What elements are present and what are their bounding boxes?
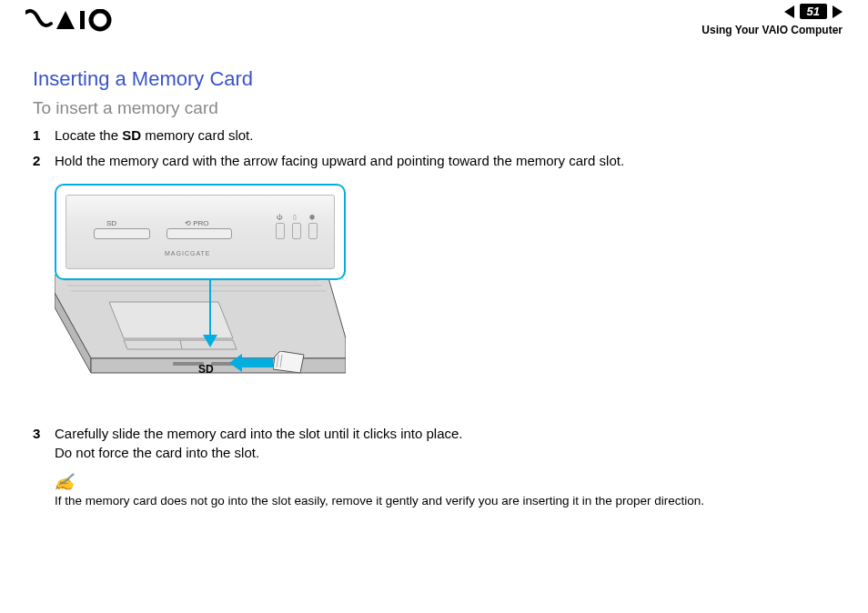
- callout-pointer-arrowhead-icon: [203, 335, 217, 351]
- slot-label-sd: SD: [106, 219, 116, 227]
- callout-pointer-line: [209, 276, 211, 338]
- tip-block: ✍ If the memory card does not go into th…: [55, 472, 835, 507]
- pro-slot-icon: [167, 228, 232, 239]
- step-text: Carefully slide the memory card into the…: [55, 424, 835, 464]
- svg-marker-18: [229, 354, 273, 372]
- vaio-logo-svg: [25, 9, 113, 33]
- step-text: Locate the SD memory card slot.: [55, 126, 835, 146]
- indicator-2: [292, 223, 301, 239]
- section-subtitle: To insert a memory card: [33, 98, 835, 118]
- step-number: 3: [33, 424, 55, 464]
- svg-point-1: [91, 11, 109, 29]
- section-title: Inserting a Memory Card: [33, 67, 835, 91]
- sd-card-icon: [273, 351, 306, 380]
- svg-rect-0: [80, 11, 85, 29]
- page-header: 51 Using Your VAIO Computer: [0, 0, 868, 44]
- power-icon: ⏻: [277, 214, 283, 220]
- laptop-illustration: [55, 275, 346, 411]
- slot-label-pro: ⟲ PRO: [185, 219, 209, 227]
- breadcrumb: Using Your VAIO Computer: [701, 24, 843, 36]
- callout-closeup: SD ⟲ PRO MAGICGATE ⏻ ▯ ⬢: [55, 184, 346, 280]
- laptop-edge-panel: SD ⟲ PRO MAGICGATE ⏻ ▯ ⬢: [66, 195, 335, 269]
- page-number-badge: 51: [800, 4, 827, 19]
- step-3: 3 Carefully slide the memory card into t…: [33, 424, 835, 464]
- steps-list-continued: 3 Carefully slide the memory card into t…: [33, 424, 835, 464]
- step-number: 1: [33, 126, 55, 146]
- tip-text: If the memory card does not go into the …: [55, 494, 835, 507]
- indicator-3: [308, 223, 318, 239]
- page-content: Inserting a Memory Card To insert a memo…: [0, 44, 868, 507]
- next-page-arrow-icon[interactable]: [833, 5, 843, 18]
- svg-marker-9: [109, 302, 233, 338]
- vaio-logo: [25, 9, 113, 36]
- figure-memory-slot: SD ⟲ PRO MAGICGATE ⏻ ▯ ⬢: [55, 184, 346, 411]
- magicgate-label: MAGICGATE: [165, 250, 210, 256]
- page-nav: 51: [784, 4, 843, 19]
- sd-slot-icon: [94, 228, 150, 239]
- step-1: 1 Locate the SD memory card slot.: [33, 126, 835, 146]
- step-2: 2 Hold the memory card with the arrow fa…: [33, 151, 835, 171]
- svg-marker-2: [203, 335, 217, 347]
- indicator-1: [276, 223, 285, 239]
- tip-icon: ✍: [53, 472, 76, 492]
- battery-icon: ▯: [293, 214, 297, 221]
- disk-icon: ⬢: [309, 214, 315, 221]
- steps-list: 1 Locate the SD memory card slot. 2 Hold…: [33, 126, 835, 171]
- insert-arrow-icon: [229, 352, 273, 377]
- step-number: 2: [33, 151, 55, 171]
- step-text: Hold the memory card with the arrow faci…: [55, 151, 835, 171]
- prev-page-arrow-icon[interactable]: [784, 5, 794, 18]
- sd-card-label: SD: [198, 363, 214, 376]
